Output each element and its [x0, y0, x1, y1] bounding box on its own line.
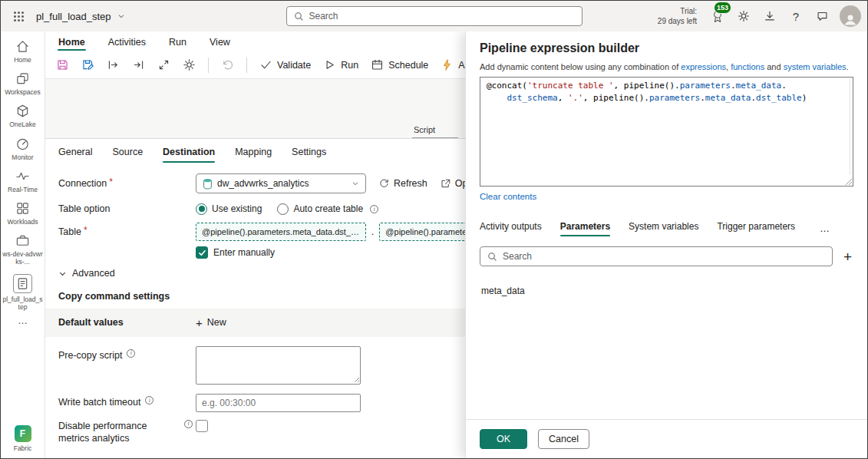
tab-general[interactable]: General: [58, 147, 92, 163]
workspace-icon: [15, 233, 30, 248]
radio-use-existing[interactable]: Use existing: [196, 203, 262, 215]
write-batch-timeout-input[interactable]: [196, 394, 361, 412]
ok-button[interactable]: OK: [480, 429, 527, 449]
help-button[interactable]: ?: [783, 1, 809, 31]
sidebar-item-label: ws-dev-advwrks-...: [2, 250, 44, 266]
sidebar-item-monitor[interactable]: Monitor: [1, 133, 45, 165]
tab-destination[interactable]: Destination: [163, 147, 215, 163]
sidebar-item-workspaces[interactable]: Workspaces: [1, 68, 45, 100]
chevron-down-icon: [351, 180, 359, 187]
parameter-search-box[interactable]: [480, 246, 833, 266]
ribbon-tab-home[interactable]: Home: [58, 37, 86, 51]
tab-parameters[interactable]: Parameters: [560, 221, 610, 236]
tab-settings[interactable]: Settings: [292, 147, 326, 163]
sidebar-item-label: Monitor: [12, 154, 33, 161]
chevron-down-icon: [117, 12, 125, 20]
validate-button[interactable]: Validate: [259, 58, 311, 71]
schema-expression-field[interactable]: @pipeline().parameters.meta_data.dst_sch…: [196, 223, 366, 241]
download-icon: [764, 10, 776, 22]
tab-source[interactable]: Source: [112, 147, 143, 163]
default-values-label: Default values: [45, 316, 196, 329]
info-icon[interactable]: i: [145, 396, 153, 405]
sidebar-item-workspace-ws-dev[interactable]: ws-dev-advwrks-...: [1, 230, 45, 269]
save-as-button[interactable]: [81, 58, 94, 71]
connection-label: Connection: [58, 177, 107, 190]
tab-activity-outputs[interactable]: Activity outputs: [480, 221, 542, 236]
radio-auto-create[interactable]: Auto create table i: [277, 203, 378, 215]
search-icon: [487, 252, 497, 262]
feedback-button[interactable]: [809, 1, 835, 31]
code-token: 'truncate table ': [527, 81, 614, 91]
export-button[interactable]: [107, 58, 120, 71]
download-button[interactable]: [757, 1, 783, 31]
feedback-icon: [817, 11, 828, 22]
search-input[interactable]: [309, 11, 575, 21]
system-variables-link[interactable]: system variables: [784, 62, 847, 71]
info-icon[interactable]: i: [184, 420, 193, 428]
ribbon-tab-view[interactable]: View: [209, 37, 231, 51]
run-button[interactable]: Run: [323, 58, 358, 71]
new-label: New: [207, 317, 226, 328]
refresh-button[interactable]: Refresh: [378, 178, 427, 190]
sidebar-item-realtime[interactable]: Real-Time: [1, 165, 45, 197]
app-launcher-button[interactable]: [1, 1, 36, 31]
add-parameter-button[interactable]: +: [842, 249, 853, 264]
functions-link[interactable]: functions: [731, 62, 764, 71]
sidebar-item-label: Home: [14, 56, 31, 64]
tab-system-variables[interactable]: System variables: [629, 221, 698, 236]
expression-code-editor[interactable]: @concat('truncate table ', pipeline().pa…: [480, 77, 853, 187]
sidebar-more-button[interactable]: …: [18, 315, 28, 327]
document-title-menu[interactable]: pl_full_load_step: [36, 11, 125, 22]
help-icon: ?: [793, 10, 799, 23]
import-button[interactable]: [132, 58, 145, 71]
trial-days-left: 29 days left: [658, 16, 697, 26]
table-label: Table: [58, 226, 81, 238]
global-search-box[interactable]: [286, 6, 583, 26]
expressions-link[interactable]: expressions: [681, 62, 726, 71]
settings-button[interactable]: [731, 1, 757, 31]
warehouse-icon: [203, 178, 213, 190]
info-icon[interactable]: i: [370, 205, 378, 213]
ribbon-tab-run[interactable]: Run: [168, 37, 187, 51]
tabs-overflow-button[interactable]: …: [820, 226, 830, 236]
advanced-toggle[interactable]: Advanced: [58, 268, 115, 279]
account-avatar[interactable]: [840, 5, 861, 27]
undo-button[interactable]: [221, 58, 234, 71]
schedule-button[interactable]: Schedule: [371, 58, 428, 71]
disable-metrics-checkbox[interactable]: [196, 420, 208, 432]
expand-button[interactable]: [157, 58, 170, 71]
ribbon-tab-activities[interactable]: Activities: [107, 37, 147, 51]
trial-medal-button[interactable]: 153: [705, 1, 731, 31]
sidebar-item-label: Real-Time: [8, 186, 38, 193]
advanced-label: Advanced: [72, 268, 115, 279]
pre-copy-script-textarea[interactable]: [196, 346, 361, 385]
open-in-new-icon: [440, 178, 451, 190]
info-icon[interactable]: i: [127, 349, 135, 358]
new-default-value-button[interactable]: + New: [196, 317, 226, 329]
parameter-search-input[interactable]: [503, 251, 825, 262]
waffle-icon: [13, 11, 25, 22]
connection-dropdown[interactable]: dw_advwrks_analytics: [196, 173, 366, 193]
code-token: ): [802, 93, 807, 103]
desc-text: .: [847, 62, 849, 71]
cancel-button[interactable]: Cancel: [538, 429, 589, 449]
sidebar-item-pipeline-selected[interactable]: pl_full_load_step: [1, 270, 45, 315]
parameter-list-item[interactable]: meta_data: [480, 284, 528, 298]
script-activity-card[interactable]: Script: [412, 125, 458, 138]
save-button[interactable]: [56, 58, 69, 71]
expression-code: @concat('truncate table ', pipeline().pa…: [487, 80, 847, 104]
tab-trigger-parameters[interactable]: Trigger parameters: [717, 221, 795, 236]
sidebar-item-label: Workloads: [8, 218, 38, 226]
pipeline-settings-button[interactable]: [183, 58, 196, 71]
sidebar-item-label: pl_full_load_step: [2, 296, 44, 311]
fabric-home-button[interactable]: F Fabric: [14, 425, 32, 458]
sidebar-item-onelake[interactable]: OneLake: [1, 100, 45, 132]
clear-contents-link[interactable]: Clear contents: [480, 192, 536, 201]
enter-manually-checkbox[interactable]: [196, 246, 208, 259]
code-token: .: [731, 81, 736, 91]
sidebar-item-workloads[interactable]: Workloads: [1, 197, 45, 230]
sidebar-item-home[interactable]: Home: [1, 35, 45, 68]
tab-mapping[interactable]: Mapping: [235, 147, 272, 163]
code-token: parameters: [649, 93, 700, 103]
code-token: parameters: [680, 81, 731, 91]
